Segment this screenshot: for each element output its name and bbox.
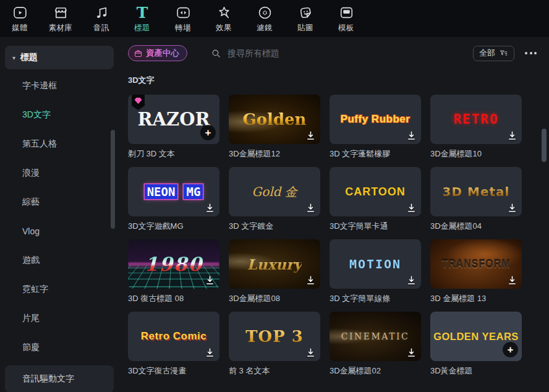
search-icon xyxy=(211,48,221,59)
download-icon xyxy=(305,203,316,213)
sidebar-item[interactable]: Vlog xyxy=(0,216,119,245)
download-button[interactable] xyxy=(204,347,215,358)
toolbar-tab-transition[interactable]: 轉場 xyxy=(169,4,197,33)
download-icon xyxy=(406,347,417,358)
asset-preview: 3D Metal xyxy=(430,167,522,216)
search-input[interactable] xyxy=(228,48,364,58)
download-button[interactable] xyxy=(204,275,215,286)
download-button[interactable] xyxy=(305,202,316,213)
asset-card[interactable]: TRANSFORM3D 金屬標題 13 xyxy=(430,239,522,304)
audio-icon xyxy=(93,4,110,21)
download-icon xyxy=(205,275,215,286)
content-header: 資產中心 全部 xyxy=(128,45,540,62)
download-icon xyxy=(406,275,417,286)
asset-preview: Luxury xyxy=(229,239,320,289)
asset-card-label: 3D黃金標題 xyxy=(430,365,522,376)
toolbar-tab-media[interactable]: 媒體 xyxy=(6,4,33,33)
sidebar-item[interactable]: 遊戲 xyxy=(0,245,119,275)
sidebar-item[interactable]: 字卡邊框 xyxy=(0,71,119,100)
asset-preview: CINEMATIC xyxy=(330,312,421,361)
preview-text: Gold 金 xyxy=(252,184,297,200)
toolbar-tab-title[interactable]: T標題 xyxy=(129,4,156,33)
toolbar-tab-lens[interactable]: 濾鏡 xyxy=(251,4,278,33)
toolbar-tab-label: 轉場 xyxy=(175,23,191,33)
download-icon xyxy=(205,203,215,213)
asset-card-label: 3D 文字鍍金 xyxy=(229,221,320,231)
toolbar-tab-label: 音訊 xyxy=(93,23,109,33)
add-button[interactable]: + xyxy=(503,342,518,357)
download-button[interactable] xyxy=(406,275,417,286)
asset-card-label: 3D金屬標題04 xyxy=(430,221,522,231)
sidebar: ▾ 標題 字卡邊框3D文字第五人格浪漫綜藝Vlog遊戲霓虹字片尾節慶音訊驅動文字 xyxy=(0,37,119,392)
toolbar-tab-effects[interactable]: 效果 xyxy=(210,4,237,33)
asset-card[interactable]: RETRO3D金屬標題10 xyxy=(430,95,522,159)
filter-all-button[interactable]: 全部 xyxy=(473,46,514,61)
toolbar-tab-template[interactable]: 模板 xyxy=(333,4,360,33)
asset-card-label: 3D金屬標題08 xyxy=(229,293,320,304)
asset-card[interactable]: CARTOON3D文字簡單卡通 xyxy=(330,167,421,231)
asset-card[interactable]: Retro Comic3D文字復古漫畫 xyxy=(128,312,219,376)
download-button[interactable] xyxy=(305,130,316,141)
download-button[interactable] xyxy=(406,347,417,358)
sidebar-item[interactable]: 霓虹字 xyxy=(0,275,119,304)
asset-card-label: 3D 文字蓬鬆橡膠 xyxy=(330,148,421,159)
toolbar-tab-label: 效果 xyxy=(216,23,232,33)
asset-preview: TRANSFORM xyxy=(430,239,522,289)
sidebar-group-titles[interactable]: ▾ 標題 xyxy=(5,46,114,69)
sidebar-item[interactable]: 片尾 xyxy=(0,304,119,333)
download-icon xyxy=(305,275,316,286)
asset-card[interactable]: RAZOR+剃刀 3D 文本 xyxy=(128,95,219,159)
sidebar-item[interactable]: 音訊驅動文字 xyxy=(5,365,114,392)
asset-card[interactable]: 19803D 復古標題 08 xyxy=(128,239,219,304)
sidebar-item[interactable]: 節慶 xyxy=(0,333,119,362)
download-icon xyxy=(305,347,316,358)
toolbar-tab-audio[interactable]: 音訊 xyxy=(88,4,115,33)
sidebar-scrollbar[interactable] xyxy=(111,130,115,229)
asset-card-label: 3D文字遊戲MG xyxy=(128,221,219,231)
preview-text: MOTION xyxy=(349,257,401,271)
asset-card[interactable]: Gold 金3D 文字鍍金 xyxy=(229,167,320,231)
asset-card[interactable]: MOTION3D 文字簡單線條 xyxy=(330,239,421,304)
toolbar-tab-label: 模板 xyxy=(338,23,354,33)
download-button[interactable] xyxy=(506,130,517,141)
asset-card[interactable]: 3D Metal3D金屬標題04 xyxy=(430,167,522,231)
asset-card[interactable]: Puffy Rubber3D 文字蓬鬆橡膠 xyxy=(330,95,421,159)
preview-text: MG xyxy=(184,184,203,199)
asset-preview: TOP 3 xyxy=(229,312,320,361)
asset-card-label: 3D 復古標題 08 xyxy=(128,293,219,304)
preview-text: Luxury xyxy=(247,256,302,273)
sidebar-item[interactable]: 綜藝 xyxy=(0,187,119,216)
asset-card-label: 3D文字簡單卡通 xyxy=(330,221,421,231)
sidebar-item[interactable]: 浪漫 xyxy=(0,158,119,187)
download-button[interactable] xyxy=(305,347,316,358)
filter-all-label: 全部 xyxy=(479,48,495,59)
download-button[interactable] xyxy=(204,202,215,213)
asset-box-icon xyxy=(134,49,143,58)
download-button[interactable] xyxy=(406,202,417,213)
sidebar-item[interactable]: 第五人格 xyxy=(0,129,119,158)
asset-preview: MOTION xyxy=(330,239,421,289)
download-button[interactable] xyxy=(305,275,316,286)
content-scrollbar[interactable] xyxy=(542,129,547,162)
asset-center-label: 資產中心 xyxy=(146,48,179,59)
library-icon xyxy=(53,4,69,21)
download-button[interactable] xyxy=(506,275,517,286)
download-button[interactable] xyxy=(506,202,517,213)
sidebar-item[interactable]: 3D文字 xyxy=(0,100,119,129)
asset-card[interactable]: GOLDEN YEARS+3D黃金標題 xyxy=(430,312,522,376)
asset-card[interactable]: TOP 3前 3 名文本 xyxy=(229,312,320,376)
more-options-button[interactable] xyxy=(524,48,538,58)
asset-card[interactable]: CINEMATIC3D金屬標題02 xyxy=(330,312,421,376)
toolbar-tab-label: 貼圖 xyxy=(297,23,313,33)
toolbar-tab-sticker[interactable]: 貼圖 xyxy=(292,4,319,33)
sticker-icon xyxy=(297,4,314,21)
toolbar-tab-label: 濾鏡 xyxy=(257,23,273,33)
sidebar-group-label: 標題 xyxy=(20,52,38,63)
asset-card[interactable]: Luxury3D金屬標題08 xyxy=(229,239,320,304)
toolbar-tab-library[interactable]: 素材庫 xyxy=(47,4,74,33)
asset-card[interactable]: Golden3D金屬標題12 xyxy=(229,95,320,159)
download-button[interactable] xyxy=(406,130,417,141)
asset-card[interactable]: NEONMG3D文字遊戲MG xyxy=(128,167,219,231)
add-button[interactable]: + xyxy=(200,125,216,140)
asset-center-button[interactable]: 資產中心 xyxy=(128,45,187,61)
